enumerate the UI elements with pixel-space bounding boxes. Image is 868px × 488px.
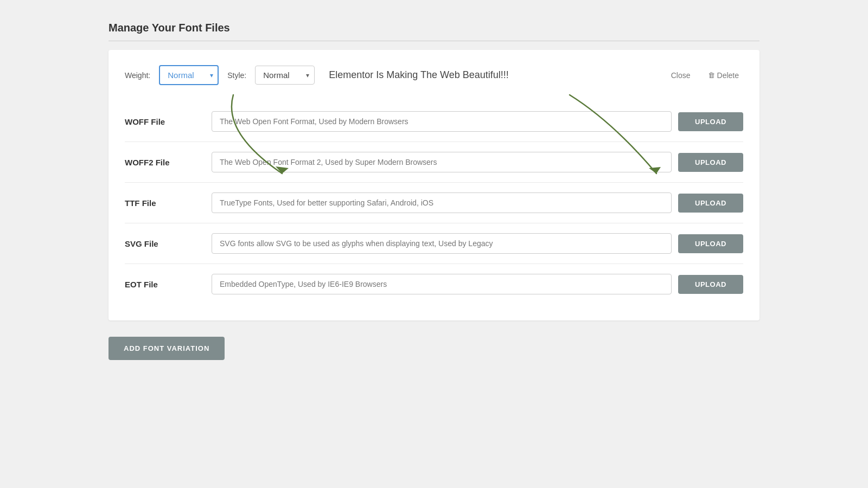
close-button[interactable]: Close xyxy=(667,69,695,82)
controls-row: Weight: Normal 100 200 300 400 500 600 7… xyxy=(125,65,743,85)
preview-text: Elementor Is Making The Web Beautiful!!! xyxy=(329,69,658,81)
woff2-file-input[interactable] xyxy=(212,152,672,172)
table-row: TTF File UPLOAD xyxy=(125,182,743,223)
svg-file-label: SVG File xyxy=(125,239,212,248)
style-select-wrapper: Normal Italic Oblique ▾ xyxy=(255,66,315,85)
table-row: WOFF File UPLOAD xyxy=(125,101,743,142)
ttf-upload-button[interactable]: UPLOAD xyxy=(678,194,743,213)
eot-file-input[interactable] xyxy=(212,274,672,294)
style-select[interactable]: Normal Italic Oblique xyxy=(255,66,315,85)
table-row: EOT File UPLOAD xyxy=(125,264,743,304)
main-content: Manage Your Font Files Weight: Normal 10… xyxy=(108,22,760,360)
svg-file-input[interactable] xyxy=(212,233,672,254)
add-font-variation-button[interactable]: ADD FONT VARIATION xyxy=(108,337,225,360)
weight-label: Weight: xyxy=(125,71,150,80)
woff2-upload-button[interactable]: UPLOAD xyxy=(678,153,743,172)
table-row: WOFF2 File UPLOAD xyxy=(125,142,743,182)
delete-button[interactable]: 🗑 Delete xyxy=(704,69,743,82)
svg-upload-button[interactable]: UPLOAD xyxy=(678,234,743,253)
woff-file-label: WOFF File xyxy=(125,117,212,126)
delete-label: Delete xyxy=(717,71,739,80)
trash-icon: 🗑 xyxy=(708,71,715,79)
eot-file-label: EOT File xyxy=(125,280,212,289)
table-row: SVG File UPLOAD xyxy=(125,223,743,264)
page-container: Manage Your Font Files Weight: Normal 10… xyxy=(0,0,868,488)
style-label: Style: xyxy=(227,71,246,80)
weight-select[interactable]: Normal 100 200 300 400 500 600 700 800 9… xyxy=(159,65,219,85)
weight-select-wrapper: Normal 100 200 300 400 500 600 700 800 9… xyxy=(159,65,219,85)
ttf-file-label: TTF File xyxy=(125,198,212,208)
woff-file-input[interactable] xyxy=(212,111,672,132)
eot-upload-button[interactable]: UPLOAD xyxy=(678,275,743,294)
woff-upload-button[interactable]: UPLOAD xyxy=(678,112,743,131)
ttf-file-input[interactable] xyxy=(212,192,672,213)
page-title: Manage Your Font Files xyxy=(108,22,760,41)
file-rows: WOFF File UPLOAD WOFF2 File UPLOAD TTF F… xyxy=(125,101,743,304)
woff2-file-label: WOFF2 File xyxy=(125,158,212,167)
font-manager-card: Weight: Normal 100 200 300 400 500 600 7… xyxy=(108,50,760,320)
